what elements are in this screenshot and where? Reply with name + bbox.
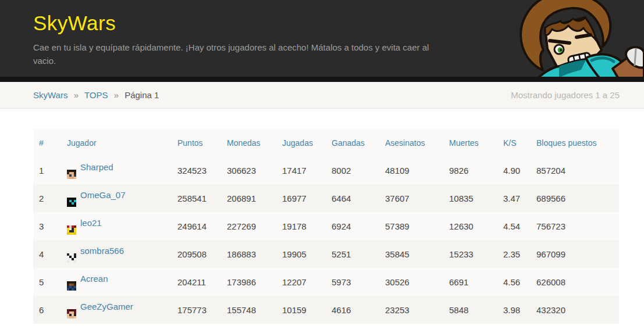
showing-players-status: Mostrando jugadores 1 a 25 [511, 90, 620, 100]
bloques-cell: 689566 [531, 184, 619, 212]
table-row: 5Acrean2042111739861220759733052666914.5… [33, 268, 619, 296]
player-link[interactable]: Sharped [80, 162, 113, 172]
table-row: 4sombra566209508186883199055251358451523… [33, 240, 619, 268]
puntos-cell: 249614 [172, 212, 221, 240]
game-description: Cae en tu isla y equípate rápidamente. ¡… [33, 41, 440, 68]
puntos-cell: 324523 [172, 156, 221, 184]
ks-cell: 4.56 [497, 268, 531, 296]
muertes-cell: 6691 [443, 268, 497, 296]
bloques-cell: 626008 [531, 268, 619, 296]
breadcrumb-separator: » [114, 90, 119, 100]
bloques-cell: 756723 [531, 212, 619, 240]
ks-cell: 2.35 [497, 240, 531, 268]
breadcrumb-separator: » [74, 90, 79, 100]
player-link[interactable]: Acrean [80, 274, 108, 284]
player-avatar [67, 309, 76, 318]
ks-cell: 3.47 [497, 184, 531, 212]
jugadas-cell: 10159 [276, 296, 326, 324]
player-link[interactable]: leo21 [80, 218, 102, 228]
breadcrumb-current-page: Página 1 [124, 90, 159, 100]
ganadas-cell: 5973 [326, 268, 379, 296]
asesinatos-cell: 23253 [379, 296, 443, 324]
player-cell: OmeGa_07 [61, 184, 172, 212]
column-header-puntos: Puntos [172, 129, 221, 156]
asesinatos-cell: 37607 [379, 184, 443, 212]
column-header-ks: K/S [497, 129, 531, 156]
muertes-cell: 15233 [443, 240, 497, 268]
player-link[interactable]: sombra566 [80, 246, 124, 256]
monedas-cell: 306623 [221, 156, 276, 184]
rank-cell: 5 [33, 268, 61, 296]
jugadas-cell: 12207 [276, 268, 326, 296]
jugadas-cell: 19178 [276, 212, 326, 240]
column-header-monedas: Monedas [221, 129, 276, 156]
muertes-cell: 9826 [443, 156, 497, 184]
jugadas-cell: 19905 [276, 240, 326, 268]
ganadas-cell: 5251 [326, 240, 379, 268]
ganadas-cell: 4616 [326, 296, 379, 324]
asesinatos-cell: 35845 [379, 240, 443, 268]
column-header-bloques: Bloques puestos [531, 129, 619, 156]
monedas-cell: 173986 [221, 268, 276, 296]
asesinatos-cell: 57389 [379, 212, 443, 240]
muertes-cell: 10835 [443, 184, 497, 212]
column-header-ganadas: Ganadas [326, 129, 379, 156]
ganadas-cell: 8002 [326, 156, 379, 184]
puntos-cell: 175773 [172, 296, 221, 324]
bloques-cell: 967099 [531, 240, 619, 268]
player-avatar [67, 170, 76, 179]
player-link[interactable]: OmeGa_07 [80, 190, 126, 200]
rank-cell: 4 [33, 240, 61, 268]
ks-cell: 3.98 [497, 296, 531, 324]
column-header-rank: # [33, 129, 61, 156]
player-avatar [67, 281, 76, 291]
ganadas-cell: 6464 [326, 184, 379, 212]
player-avatar [67, 225, 76, 235]
monedas-cell: 206891 [221, 184, 276, 212]
ks-cell: 4.90 [497, 156, 531, 184]
ks-cell: 4.54 [497, 212, 531, 240]
puntos-cell: 209508 [172, 240, 221, 268]
rank-cell: 1 [33, 156, 61, 184]
monedas-cell: 186883 [221, 240, 276, 268]
column-header-asesinatos: Asesinatos [379, 129, 443, 156]
bloques-cell: 432320 [531, 296, 619, 324]
page-title: SkyWars [33, 12, 644, 35]
rank-cell: 6 [33, 296, 61, 324]
puntos-cell: 204211 [172, 268, 221, 296]
jugadas-cell: 17417 [276, 156, 326, 184]
player-avatar [67, 253, 76, 263]
player-cell: sombra566 [61, 240, 172, 268]
column-header-jugadas: Jugadas [276, 129, 326, 156]
table-row: 2OmeGa_072585412068911697764643760710835… [33, 184, 619, 212]
rank-cell: 3 [33, 212, 61, 240]
ganadas-cell: 6924 [326, 212, 379, 240]
table-row: 3leo2124961422726919178692457389126304.5… [33, 212, 619, 240]
player-cell: GeeZyGamer [61, 296, 172, 324]
bloques-cell: 857204 [531, 156, 619, 184]
table-row: 1Sharped3245233066231741780024810998264.… [33, 156, 619, 184]
puntos-cell: 258541 [172, 184, 221, 212]
player-link[interactable]: GeeZyGamer [80, 302, 133, 311]
player-cell: Acrean [61, 268, 172, 296]
breadcrumb-tops-link[interactable]: TOPS [84, 90, 108, 100]
column-header-player: Jugador [61, 129, 172, 156]
player-cell: leo21 [61, 212, 172, 240]
monedas-cell: 155748 [221, 296, 276, 324]
breadcrumb: SkyWars » TOPS » Página 1 [33, 90, 159, 100]
breadcrumb-skywars-link[interactable]: SkyWars [33, 90, 67, 100]
leaderboard-section: #JugadorPuntosMonedasJugadasGanadasAsesi… [0, 109, 644, 324]
asesinatos-cell: 48109 [379, 156, 443, 184]
asesinatos-cell: 30526 [379, 268, 443, 296]
table-header: #JugadorPuntosMonedasJugadasGanadasAsesi… [33, 129, 619, 156]
player-avatar [67, 198, 76, 207]
table-row: 6GeeZyGamer17577315574810159461623253584… [33, 296, 619, 324]
column-header-muertes: Muertes [443, 129, 497, 156]
monedas-cell: 227269 [221, 212, 276, 240]
muertes-cell: 5848 [443, 296, 497, 324]
player-cell: Sharped [61, 156, 172, 184]
rank-cell: 2 [33, 184, 61, 212]
game-header: SkyWars Cae en tu isla y equípate rápida… [0, 0, 644, 82]
breadcrumb-bar: SkyWars » TOPS » Página 1 Mostrando juga… [0, 82, 644, 109]
header-bottom-strip [0, 77, 644, 82]
